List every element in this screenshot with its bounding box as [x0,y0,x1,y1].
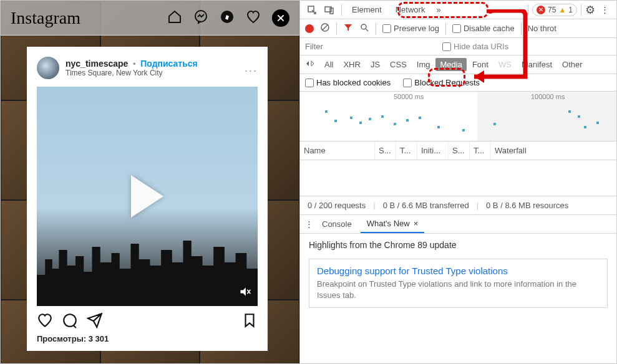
hide-data-urls-checkbox[interactable]: Hide data URIs [442,42,508,51]
explore-icon[interactable] [220,9,235,26]
whatsnew-card[interactable]: Debugging support for Trusted Type viola… [309,259,608,308]
blocked-requests-checkbox[interactable]: Blocked Requests [403,78,480,87]
col-waterfall[interactable]: Waterfall [491,141,616,160]
card-body: Breakpoint on Trusted Type violations an… [317,279,600,301]
tab-network[interactable]: Network [389,1,432,19]
more-tabs-chevron-icon[interactable]: » [432,5,444,14]
share-icon[interactable] [87,312,103,330]
filter-all[interactable]: All [320,58,338,71]
avatar[interactable] [37,57,59,79]
drawer-body: Highlights from the Chrome 89 update Deb… [300,234,616,363]
filter-img[interactable]: Img [412,58,435,71]
invert-icon[interactable] [305,59,315,70]
home-icon[interactable] [167,9,182,26]
clear-icon[interactable] [320,22,330,34]
post-card: nyc_timescape • Подписаться Times Square… [27,47,268,351]
type-filter-bar: All XHR JS CSS Img Media Font WS Manifes… [300,55,616,74]
error-count: 75 [548,6,556,14]
devtools-pane: Element Network » ✕ 75 ▲ 1 ⚙ ⋮ Preserve … [299,1,616,363]
filter-font[interactable]: Font [468,58,493,71]
tab-console[interactable]: Console [316,215,358,233]
whatsnew-heading: Highlights from the Chrome 89 update [309,240,608,250]
error-dot-icon: ✕ [537,6,545,14]
heart-icon[interactable] [246,9,261,26]
filter-media[interactable]: Media [435,58,466,71]
settings-gear-icon[interactable]: ⚙ [585,3,595,17]
cookie-filter-bar: Has blocked cookies Blocked Requests [300,74,616,92]
video-thumbnail[interactable] [37,87,258,306]
preserve-log-checkbox[interactable]: Preserve log [382,24,439,33]
timeline-overview[interactable]: 50000 ms 100000 ms [300,92,616,141]
messenger-icon[interactable] [193,9,208,26]
drawer-tabs: ⋮ Console What's New × [300,215,616,234]
filter-funnel-icon[interactable] [343,22,353,34]
username[interactable]: nyc_timescape [66,59,128,69]
filter-xhr[interactable]: XHR [339,58,364,71]
col-name[interactable]: Name [300,141,375,160]
follow-button[interactable]: Подписаться [140,59,198,69]
card-title: Debugging support for Trusted Type viola… [317,266,600,276]
device-toggle-icon[interactable] [321,5,338,15]
devtools-tabbar: Element Network » ✕ 75 ▲ 1 ⚙ ⋮ [300,1,616,19]
filter-css[interactable]: CSS [386,58,411,71]
throttling-dropdown[interactable]: No throt [528,24,556,33]
warning-count: 1 [568,6,573,14]
like-icon[interactable] [37,312,53,330]
instagram-logo[interactable]: Instagram [11,8,80,28]
tab-whats-new[interactable]: What's New × [361,215,425,233]
tab-elements[interactable]: Element [346,1,388,19]
status-bar: 0 / 200 requests | 0 B / 6.6 MB transfer… [300,196,616,215]
filter-js[interactable]: JS [366,58,384,71]
more-options-icon[interactable]: ... [245,62,258,75]
post-actions [37,312,258,330]
disable-cache-checkbox[interactable]: Disable cache [452,24,515,33]
mute-icon[interactable] [239,285,251,300]
col-initiator[interactable]: Initi... [417,141,449,160]
col-type[interactable]: T... [396,141,417,160]
separator-dot: • [133,59,136,69]
play-icon[interactable] [131,175,163,218]
instagram-pane: Instagram nyc_timescape • Подписаться [1,1,299,363]
filter-other[interactable]: Other [558,58,587,71]
timeline-label-2: 100000 ms [531,93,565,100]
filter-manifest[interactable]: Manifest [517,58,556,71]
col-size[interactable]: S... [449,141,470,160]
kebab-menu-icon[interactable]: ⋮ [596,5,613,14]
close-icon[interactable] [272,9,289,27]
filter-input[interactable] [305,42,430,51]
status-resources: 0 B / 8.6 MB resources [486,201,568,210]
skyline-silhouette [37,231,258,306]
record-icon[interactable] [305,24,314,33]
status-transferred: 0 B / 6.6 MB transferred [383,201,469,210]
drawer-kebab-icon[interactable]: ⋮ [305,219,313,229]
warning-triangle-icon: ▲ [558,6,566,14]
network-toolbar: Preserve log Disable cache No throt [300,19,616,38]
request-table-header: Name S... T... Initi... S... T... Waterf… [300,141,616,160]
svg-point-6 [361,24,366,29]
instagram-header: Instagram [1,1,299,36]
timeline-label-1: 50000 ms [394,93,424,100]
views-count: Просмотры: 3 301 [37,334,258,343]
close-tab-icon[interactable]: × [414,219,419,228]
inspect-icon[interactable] [304,5,320,15]
error-warning-badge[interactable]: ✕ 75 ▲ 1 [532,4,577,16]
filter-bar: Hide data URIs [300,38,616,55]
filter-ws[interactable]: WS [494,58,516,71]
request-table-body [300,160,616,196]
blocked-cookies-checkbox[interactable]: Has blocked cookies [305,78,391,87]
comment-icon[interactable] [62,312,78,330]
status-requests: 0 / 200 requests [308,201,366,210]
search-icon[interactable] [359,22,369,34]
col-time[interactable]: T... [470,141,491,160]
col-status[interactable]: S... [375,141,396,160]
location[interactable]: Times Square, New York City [66,69,238,77]
bookmark-icon[interactable] [241,312,258,330]
